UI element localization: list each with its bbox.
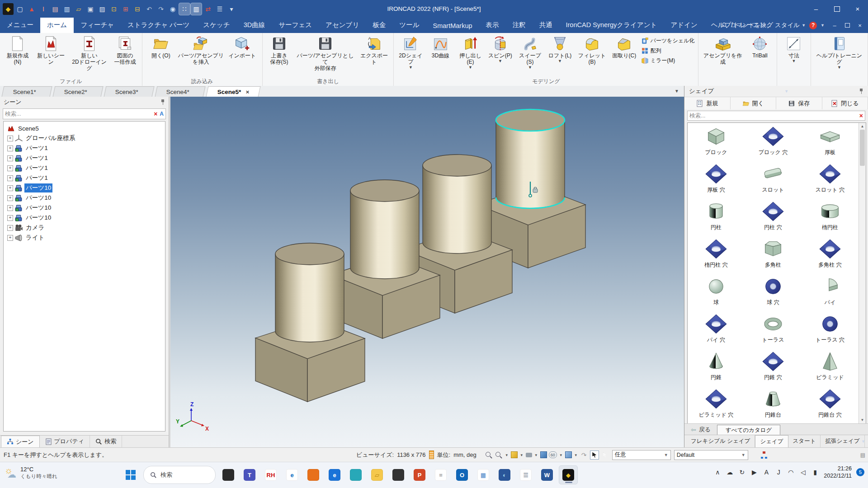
catalog-item[interactable]: パイ — [802, 275, 859, 312]
ribbon-button[interactable]: 寸法▼ — [779, 34, 809, 64]
catalog-item[interactable]: パイ 穴 — [688, 312, 745, 350]
catalog-item[interactable]: 円錐 — [688, 350, 745, 387]
command-search[interactable]: コマンドを検... — [722, 21, 771, 29]
clear-search-icon[interactable]: × — [154, 110, 157, 117]
chevron-down-icon[interactable]: ▼ — [784, 89, 788, 94]
ribbon-button[interactable]: フィレット(B)▼ — [575, 34, 609, 70]
catalog-toolbar-button[interactable]: 開く — [731, 97, 777, 109]
tree-item[interactable]: + パーツ10 — [5, 183, 165, 193]
expander-icon[interactable]: + — [7, 185, 13, 191]
ribbon-button[interactable]: 新しい 2Dドローイング▼ — [68, 34, 110, 76]
restore-button[interactable] — [826, 0, 847, 18]
more-commands-icon[interactable]: ▾ — [226, 3, 237, 15]
tree-item[interactable]: + グローバル座標系 — [5, 133, 165, 143]
ribbon-button[interactable]: 開く(O)▼ — [146, 34, 176, 64]
tree-item[interactable]: + ライト — [5, 233, 165, 243]
panel-tab[interactable]: 検索 — [90, 436, 122, 447]
tree-item[interactable]: + パーツ10 — [5, 203, 165, 213]
scroll-down-icon[interactable]: ▼ — [859, 417, 866, 423]
taskbar-app-orange[interactable] — [304, 465, 323, 484]
window-icon[interactable]: ▥ — [191, 3, 202, 15]
dropdown-icon[interactable]: ▾ — [559, 451, 563, 459]
redo-icon[interactable]: ↷ — [156, 3, 166, 15]
tray-ime-a-icon[interactable]: A — [762, 469, 770, 476]
catalog-item[interactable]: トーラス 穴 — [802, 312, 859, 350]
panel-tab[interactable]: プロパティ — [40, 436, 90, 447]
catalog-item[interactable]: 球 — [688, 275, 745, 312]
catalog-item[interactable]: スロット — [745, 162, 802, 200]
all-catalogs-tab[interactable]: すべてのカタログ — [717, 425, 780, 435]
ribbon-button[interactable]: アセンブリを作成▼ — [700, 34, 745, 70]
save-edit-icon[interactable]: ▨ — [97, 3, 108, 15]
expander-icon[interactable]: + — [7, 175, 13, 181]
catalog-item[interactable]: ピラミッド 穴 — [688, 387, 745, 425]
taskbar-app-list[interactable]: ☰ — [516, 465, 535, 484]
ribbon-tab[interactable]: 板金 — [366, 18, 392, 33]
scene-tab[interactable]: Scene3* — [104, 86, 155, 97]
catalog-item[interactable]: 厚板 — [802, 125, 859, 162]
render-mode-icon[interactable] — [511, 451, 518, 458]
ribbon-tab[interactable]: サーフェス — [272, 18, 319, 33]
taskbar-app-word[interactable]: W — [538, 465, 557, 484]
list-icon[interactable]: ☰ — [214, 3, 225, 15]
ribbon-tab[interactable]: 表示 — [479, 18, 506, 33]
help-button[interactable]: ? — [809, 22, 817, 29]
config-tree-icon[interactable] — [760, 451, 768, 459]
ribbon-button[interactable]: エクスポート▼ — [356, 34, 392, 70]
catalog-toolbar-button[interactable]: 閉じる — [822, 97, 868, 109]
catalog-item[interactable]: 円柱 — [688, 200, 745, 237]
tray-pen-icon[interactable]: ▮ — [811, 469, 819, 476]
ribbon-button[interactable]: スイープ(S)▼ — [515, 34, 545, 70]
add-box-icon[interactable]: ⊞ — [120, 3, 131, 15]
tree-item[interactable]: + パーツ1 — [5, 153, 165, 163]
taskbar-search[interactable]: 検索 — [143, 466, 216, 484]
clear-search-icon[interactable]: × — [859, 112, 863, 119]
ribbon-tab[interactable]: スケッチ — [196, 18, 236, 33]
doc-restore-button[interactable] — [841, 20, 854, 31]
taskbar-app-ironcad[interactable]: ◆ — [559, 465, 578, 484]
ribbon-button[interactable]: ヘルプ/トレーニング▼ — [813, 34, 866, 70]
tray-chevron-icon[interactable]: ∧ — [713, 469, 722, 476]
expander-icon[interactable]: + — [7, 195, 13, 201]
catalog-item[interactable]: 球 穴 — [745, 275, 802, 312]
ribbon-tab[interactable]: ホーム — [40, 18, 74, 33]
reset-view-icon[interactable]: ↷ — [580, 451, 588, 459]
ribbon-tab[interactable]: フィーチャ — [74, 18, 121, 33]
start-button[interactable] — [121, 465, 140, 484]
save-part-icon[interactable]: ⊟ — [132, 3, 143, 15]
catalog-scrollbar[interactable]: ▲ ▼ — [859, 123, 866, 423]
tree-item[interactable]: + カメラ — [5, 223, 165, 233]
zoom-in-icon[interactable] — [485, 451, 493, 459]
selection-filter-combobox[interactable]: 任意▼ — [612, 450, 671, 460]
render-config-combobox[interactable]: Default▼ — [674, 450, 748, 460]
ribbon-button[interactable]: 図面の 一括作成▼ — [110, 34, 140, 70]
catalog-tabs-overflow-icon[interactable]: ▼ — [861, 439, 865, 444]
pin-icon[interactable] — [160, 99, 165, 105]
doc-minimize-button[interactable]: – — [828, 20, 841, 31]
ribbon-button[interactable]: 2Dシェイプ▼ — [396, 34, 425, 70]
ribbon-small-button[interactable]: ミラー(M) — [641, 57, 695, 65]
tray-wifi-icon[interactable]: ◠ — [787, 469, 795, 476]
catalog-item[interactable]: 円錐台 穴 — [802, 387, 859, 425]
triball-sphere-icon[interactable]: ◉ — [167, 3, 178, 15]
swap-icon[interactable]: ⇄ — [203, 3, 213, 15]
ribbon-tab[interactable]: メニュー — [0, 18, 40, 33]
close-button[interactable]: × — [847, 0, 868, 18]
catalog-item[interactable]: 円錐台 — [745, 387, 802, 425]
ribbon-button[interactable]: パーツ/アセンブリとして 外部保存▼ — [294, 34, 357, 76]
catalog-toolbar-button[interactable]: 保存 — [776, 97, 822, 109]
ribbon-tab[interactable]: アセンブリ — [319, 18, 366, 33]
ribbon-button[interactable]: 新しいシーン▼ — [33, 34, 69, 70]
open-folder-icon[interactable]: ▱ — [73, 3, 84, 15]
ribbon-tab[interactable]: ツール — [392, 18, 426, 33]
tray-sync-icon[interactable]: ↻ — [738, 469, 746, 476]
catalog-item[interactable]: 楕円柱 — [802, 200, 859, 237]
taskbar-app-teams[interactable]: T — [240, 465, 259, 484]
chevron-down-icon[interactable]: ▼ — [821, 23, 825, 28]
new-scene-icon[interactable]: ▲ — [26, 3, 37, 15]
taskbar-app-rh[interactable]: RH — [261, 465, 280, 484]
expander-icon[interactable]: + — [7, 205, 13, 211]
batch-drawing-icon[interactable]: ▤ — [50, 3, 61, 15]
taskbar-app-outlook[interactable]: O — [453, 465, 472, 484]
ribbon-button[interactable]: 上書き 保存(S)▼ — [264, 34, 294, 70]
